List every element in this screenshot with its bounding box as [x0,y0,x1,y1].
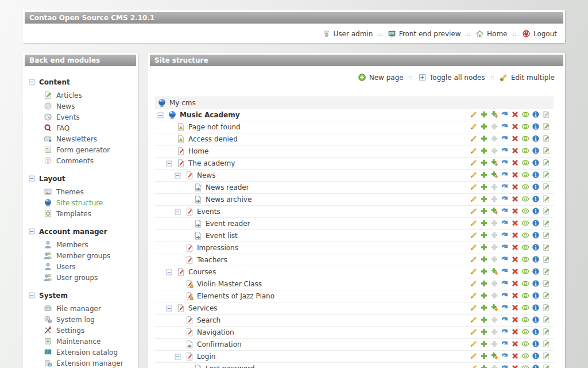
sidebar-item-maintenance[interactable]: Maintenance [44,336,138,347]
visibility-icon[interactable] [521,219,529,227]
cut-icon[interactable] [501,255,509,263]
edit-icon[interactable] [470,110,478,118]
edit-icon[interactable] [470,219,478,227]
delete-icon[interactable] [511,364,519,368]
sidebar-item-users[interactable]: Users [44,261,138,272]
visibility-icon[interactable] [521,243,529,251]
sidebar-item-site-structure[interactable]: Site structure [44,197,138,208]
sidebar-item-settings[interactable]: Settings [44,325,138,336]
visibility-icon[interactable] [521,279,529,288]
info-icon[interactable] [532,304,540,312]
info-icon[interactable] [532,171,540,179]
copy-icon[interactable] [480,171,488,179]
copy-icon[interactable] [480,352,488,360]
cut-icon[interactable] [501,292,509,300]
toolbar-new-page-link[interactable]: New page [358,73,404,82]
edit-icon[interactable] [470,364,478,368]
edit-articles-icon[interactable] [542,135,550,143]
edit-articles-icon[interactable] [542,304,550,312]
edit-articles-icon[interactable] [542,340,550,348]
info-icon[interactable] [532,255,540,263]
edit-articles-icon[interactable] [542,352,550,360]
info-icon[interactable] [532,352,540,360]
copy-icon[interactable] [480,147,488,155]
info-icon[interactable] [532,207,540,215]
edit-icon[interactable] [470,255,478,263]
cut-icon[interactable] [501,231,509,239]
copy-icon[interactable] [480,183,488,191]
delete-icon[interactable] [511,316,519,324]
visibility-icon[interactable] [521,340,529,348]
copy-icon[interactable] [480,219,488,227]
visibility-icon[interactable] [521,292,529,300]
edit-articles-icon[interactable] [542,183,550,191]
info-icon[interactable] [532,243,540,251]
info-icon[interactable] [532,340,540,348]
sidebar-item-themes[interactable]: Themes [44,186,138,197]
edit-icon[interactable] [470,122,478,131]
visibility-icon[interactable] [521,110,529,118]
visibility-icon[interactable] [521,207,529,215]
cut-icon[interactable] [501,147,509,155]
info-icon[interactable] [532,328,540,336]
collapse-toggle-icon[interactable] [29,292,35,298]
cut-icon[interactable] [501,279,509,288]
delete-icon[interactable] [511,135,519,143]
cut-icon[interactable] [501,171,509,179]
sidebar-item-file-manager[interactable]: File manager [44,303,138,314]
sidebar-item-form-generator[interactable]: Form generator [44,144,138,155]
edit-articles-icon[interactable] [542,364,550,368]
info-icon[interactable] [532,147,540,155]
copy-icon[interactable] [480,110,488,118]
paste-into-icon[interactable] [490,304,498,312]
delete-icon[interactable] [511,352,519,360]
collapse-toggle-icon[interactable] [157,112,164,118]
copy-icon[interactable] [480,243,488,251]
info-icon[interactable] [532,316,540,324]
delete-icon[interactable] [511,340,519,348]
sidebar-item-extension-manager[interactable]: Extension manager [44,358,138,368]
cut-icon[interactable] [501,207,509,215]
cut-icon[interactable] [501,195,509,203]
cut-icon[interactable] [501,183,509,191]
edit-articles-icon[interactable] [542,243,550,251]
cut-icon[interactable] [501,267,509,275]
cut-icon[interactable] [501,122,509,131]
copy-icon[interactable] [480,340,488,348]
toolbar-toggle-all-link[interactable]: Toggle all nodes [418,73,485,82]
delete-icon[interactable] [511,183,519,191]
visibility-icon[interactable] [521,231,529,239]
topnav-preview-link[interactable]: Front end preview [388,29,461,38]
info-icon[interactable] [532,135,540,143]
delete-icon[interactable] [511,255,519,263]
edit-articles-icon[interactable] [542,207,550,215]
cut-icon[interactable] [501,304,509,312]
edit-icon[interactable] [470,328,478,336]
topnav-logout-link[interactable]: Logout [522,29,557,38]
edit-articles-icon[interactable] [542,171,550,179]
collapse-toggle-icon[interactable] [175,209,181,215]
visibility-icon[interactable] [521,159,529,167]
edit-icon[interactable] [470,267,478,275]
delete-icon[interactable] [511,292,519,300]
edit-articles-icon[interactable] [542,122,550,131]
copy-icon[interactable] [480,328,488,336]
delete-icon[interactable] [511,328,519,336]
edit-articles-icon[interactable] [542,231,550,239]
paste-into-icon[interactable] [490,171,498,179]
edit-icon[interactable] [470,147,478,155]
sidebar-item-members[interactable]: Members [44,239,138,250]
delete-icon[interactable] [511,279,519,288]
collapse-toggle-icon[interactable] [166,305,172,312]
copy-icon[interactable] [480,255,488,263]
edit-articles-icon[interactable] [542,195,550,203]
section-header-account-manager[interactable]: Account manager [29,227,138,236]
delete-icon[interactable] [511,207,519,215]
sidebar-item-faq[interactable]: FAQ [44,122,138,133]
paste-into-icon[interactable] [490,110,498,118]
edit-articles-icon[interactable] [542,316,550,324]
delete-icon[interactable] [511,267,519,275]
delete-icon[interactable] [511,110,519,118]
copy-icon[interactable] [480,316,488,324]
copy-icon[interactable] [480,304,488,312]
